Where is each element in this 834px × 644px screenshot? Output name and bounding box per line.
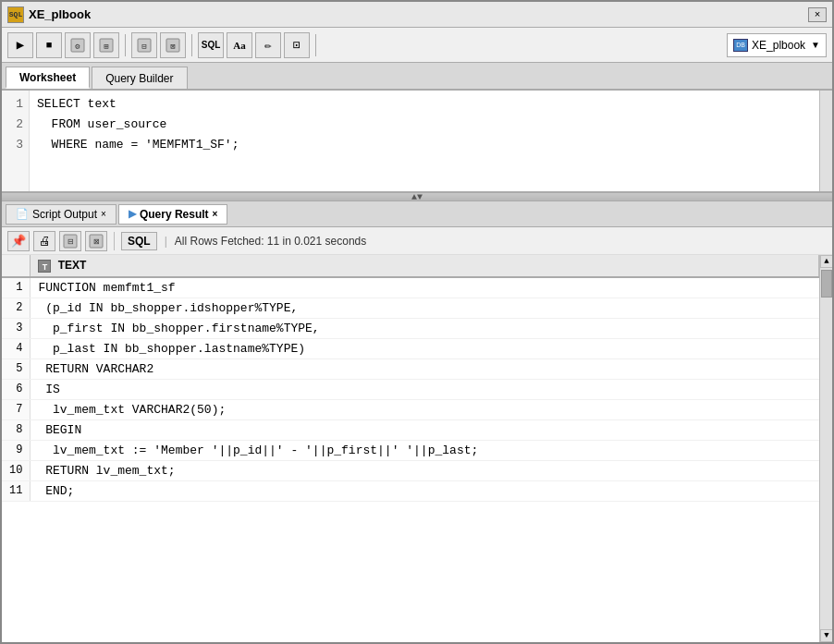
sql-button[interactable]: SQL [198,32,224,58]
line-num-3: 3 [7,135,23,155]
main-toolbar: ▶ ■ ⚙ ⊞ ⊟ ⊠ SQL Aa ✏ ⊡ DB XE_plbook ▼ [2,28,832,63]
row-number-cell: 9 [2,440,31,460]
grid-inner[interactable]: T TEXT 1FUNCTION memfmt1_sf2 (p_id IN bb… [2,255,819,642]
pin-button[interactable]: 📌 [7,231,30,251]
compile2-button[interactable]: ⊞ [93,32,119,58]
svg-text:⊞: ⊞ [104,43,108,52]
row-number-cell: 7 [2,399,31,419]
filter-button[interactable]: ⊠ [85,231,107,251]
row-number-cell: 6 [2,379,31,399]
row-text-cell: BEGIN [31,419,819,440]
db-selector[interactable]: DB XE_plbook ▼ [727,33,827,57]
svg-text:⊠: ⊠ [93,237,100,246]
row-number-cell: 1 [2,277,31,298]
results-toolbar-sep [114,232,115,250]
row-text-cell: lv_mem_txt VARCHAR2(50); [31,399,819,419]
row-text-cell: p_first IN bb_shopper.firstname%TYPE, [31,318,819,338]
row-text-cell: (p_id IN bb_shopper.idshopper%TYPE, [31,298,819,318]
print-button[interactable]: 🖨 [33,231,55,251]
script-output-icon: 📄 [16,208,29,220]
row-number-cell: 2 [2,298,31,318]
compile-button[interactable]: ⚙ [65,32,91,58]
tab-worksheet-label: Worksheet [19,71,76,84]
row-text-cell: IS [31,379,819,399]
query-result-icon: ▶ [129,208,136,220]
results-grid: T TEXT 1FUNCTION memfmt1_sf2 (p_id IN bb… [2,255,832,642]
tab-query-result[interactable]: ▶ Query Result × [118,204,228,225]
run-button[interactable]: ▶ [7,32,33,58]
svg-text:⚙: ⚙ [74,43,80,52]
col-text-header: T TEXT [31,255,819,277]
table-row: 9 lv_mem_txt := 'Member '||p_id||' - '||… [2,440,819,460]
editor-tab-bar: Worksheet Query Builder [2,63,832,91]
col-text-icon: T [38,260,51,273]
toolbar-sep2 [191,34,192,56]
font-button[interactable]: Aa [227,32,252,58]
table-row: 10 RETURN lv_mem_txt; [2,460,819,480]
settings-button[interactable]: ⊡ [284,32,310,58]
table-row: 3 p_first IN bb_shopper.firstname%TYPE, [2,318,819,338]
export-button[interactable]: ⊟ [59,231,81,251]
svg-text:⊟: ⊟ [67,237,74,246]
db-selector-label: XE_plbook [752,39,805,52]
results-status: All Rows Fetched: 11 in 0.021 seconds [175,235,366,248]
window-icon: SQL [7,6,24,23]
row-text-cell: RETURN VARCHAR2 [31,358,819,379]
scroll-up-arrow[interactable]: ▲ [820,255,832,268]
toolbar-sep1 [125,34,126,56]
row-number-cell: 5 [2,358,31,379]
scroll-thumb[interactable] [821,270,832,298]
scroll-down-arrow[interactable]: ▼ [820,629,832,642]
query-result-close[interactable]: × [213,209,218,219]
row-number-cell: 4 [2,338,31,358]
results-toolbar: 📌 🖨 ⊟ ⊠ SQL | All Rows Fetched: 11 in 0.… [2,227,832,255]
line-num-2: 2 [7,115,23,135]
row-number-cell: 11 [2,480,31,501]
row-number-cell: 8 [2,419,31,440]
tab-worksheet[interactable]: Worksheet [6,67,90,89]
query-result-label: Query Result [140,208,209,221]
row-text-cell: RETURN lv_mem_txt; [31,460,819,480]
row-text-cell: p_last IN bb_shopper.lastname%TYPE) [31,338,819,358]
row-text-cell: lv_mem_txt := 'Member '||p_id||' - '||p_… [31,440,819,460]
scroll-track [820,268,832,629]
window-close-button[interactable]: × [808,7,827,22]
script-output-close[interactable]: × [101,209,106,219]
results-toolbar-pipe: | [165,235,167,248]
row-text-cell: FUNCTION memfmt1_sf [31,277,819,298]
row-number-cell: 3 [2,318,31,338]
table-row: 8 BEGIN [2,419,819,440]
results-tab-bar: 📄 Script Output × ▶ Query Result × [2,201,832,227]
nav-button1[interactable]: ⊟ [131,32,157,58]
title-bar: SQL XE_plbook × [2,2,832,28]
splitter-arrows: ▲▼ [411,192,423,202]
toolbar-sep3 [315,34,316,56]
table-row: 5 RETURN VARCHAR2 [2,358,819,379]
sql-label-btn[interactable]: SQL [121,232,157,250]
tab-query-builder-label: Query Builder [105,72,173,85]
line-num-1: 1 [7,94,23,115]
script-output-label: Script Output [32,208,97,221]
svg-text:⊟: ⊟ [141,43,146,52]
sql-scrollbar[interactable] [819,91,832,191]
svg-text:⊠: ⊠ [170,43,175,52]
tab-query-builder[interactable]: Query Builder [92,67,187,89]
sql-line-1: SELECT text [37,97,117,111]
results-table: T TEXT 1FUNCTION memfmt1_sf2 (p_id IN bb… [2,255,819,502]
table-row: 1FUNCTION memfmt1_sf [2,277,819,298]
table-row: 6 IS [2,379,819,399]
nav-button2[interactable]: ⊠ [160,32,186,58]
sql-line-2: FROM user_source [37,117,166,131]
results-scrollbar[interactable]: ▲ ▼ [819,255,832,642]
sql-editor[interactable]: 1 2 3 SELECT text FROM user_source WHERE… [2,91,832,192]
panel-splitter[interactable]: ▲▼ [2,192,832,201]
stop-button[interactable]: ■ [36,32,62,58]
db-icon: DB [733,39,748,52]
sql-content[interactable]: SELECT text FROM user_source WHERE name … [30,91,819,191]
db-selector-arrow: ▼ [811,40,820,50]
table-row: 2 (p_id IN bb_shopper.idshopper%TYPE, [2,298,819,318]
tab-script-output[interactable]: 📄 Script Output × [6,204,117,225]
sql-line-3: WHERE name = 'MEMFMT1_SF'; [37,138,239,152]
main-window: SQL XE_plbook × ▶ ■ ⚙ ⊞ ⊟ ⊠ SQL Aa ✏ ⊡ [0,0,834,644]
edit-button[interactable]: ✏ [255,32,281,58]
